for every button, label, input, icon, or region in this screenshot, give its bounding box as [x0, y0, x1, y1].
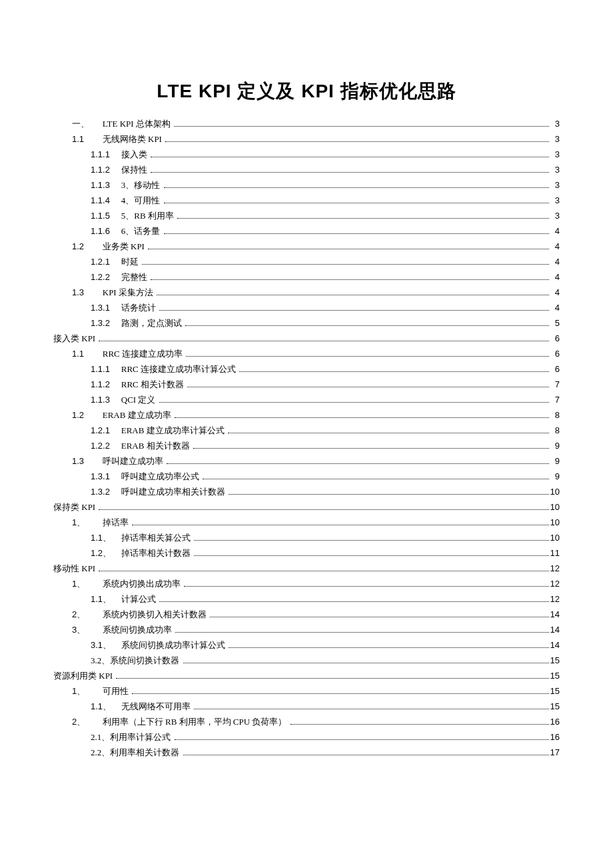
toc-page-number: 6: [550, 334, 560, 343]
toc-number: 1.1、: [91, 533, 115, 542]
toc-leader-dots: [159, 401, 549, 403]
toc-page-number: 15: [550, 702, 560, 711]
toc-number: 一、: [72, 119, 96, 128]
toc-entry[interactable]: 1.2 业务类 KPI 4: [53, 239, 560, 254]
toc-page-number: 14: [550, 625, 560, 634]
toc-number: 1.2: [72, 411, 96, 419]
toc-entry[interactable]: 3.1、 系统间切换成功率计算公式 14: [53, 637, 560, 653]
toc-entry[interactable]: 1.1.3 3、移动性 3: [53, 177, 560, 193]
table-of-contents: 一、 LTE KPI 总体架构 31.1 无线网络类 KPI 31.1.1 接入…: [53, 116, 560, 760]
toc-number: 1.1.3: [91, 181, 115, 189]
toc-label: ERAB 建立成功率计算公式: [121, 426, 225, 435]
toc-number: 1.2.2: [91, 273, 115, 281]
toc-entry[interactable]: 1.1.5 5、RB 利用率 3: [53, 208, 560, 223]
toc-page-number: 3: [550, 119, 560, 128]
toc-entry[interactable]: 1.2、 掉话率相关计数器 11: [53, 545, 560, 561]
toc-label: 无线网络类 KPI: [103, 135, 162, 143]
toc-entry[interactable]: 1.1.6 6、话务量 4: [53, 223, 560, 239]
toc-page-number: 15: [550, 687, 560, 695]
toc-label: 系统内切换出成功率: [103, 579, 181, 588]
toc-entry[interactable]: 1.1 无线网络类 KPI 3: [53, 131, 560, 147]
toc-entry[interactable]: 1.2.2 完整性 4: [53, 269, 560, 285]
toc-label: ERAB 建立成功率: [103, 411, 171, 419]
toc-page-number: 10: [550, 503, 560, 511]
toc-entry[interactable]: 2、 系统内切换切入相关计数器 14: [53, 607, 560, 622]
toc-number: 1.3.2: [91, 319, 115, 327]
toc-page-number: 12: [550, 564, 560, 573]
toc-entry[interactable]: 1.1 RRC 连接建立成功率 6: [53, 346, 560, 361]
toc-entry[interactable]: 接入类 KPI 6: [53, 331, 560, 346]
toc-page-number: 7: [550, 380, 560, 389]
toc-leader-dots: [174, 125, 549, 127]
toc-page-number: 16: [550, 717, 560, 726]
toc-leader-dots: [175, 631, 549, 633]
toc-entry[interactable]: 移动性 KPI 12: [53, 561, 560, 576]
toc-label: 话务统计: [121, 303, 156, 312]
toc-number: 1、: [72, 687, 96, 695]
toc-entry[interactable]: 1、 掉话率 10: [53, 515, 560, 530]
toc-entry[interactable]: 1.1、 掉话率相关算公式 10: [53, 530, 560, 545]
toc-entry[interactable]: 1.1、 计算公式 12: [53, 591, 560, 607]
toc-entry[interactable]: 1.2.1 ERAB 建立成功率计算公式 8: [53, 423, 560, 438]
toc-entry[interactable]: 1.3.2 呼叫建立成功率相关计数器 10: [53, 484, 560, 499]
toc-page-number: 3: [550, 211, 560, 220]
toc-entry[interactable]: 1.1.2 保持性 3: [53, 162, 560, 177]
toc-entry[interactable]: 1.3 呼叫建立成功率 9: [53, 453, 560, 469]
toc-number: 2、: [72, 610, 96, 619]
toc-label: 掉话率相关算公式: [121, 533, 191, 542]
toc-entry[interactable]: 1.1.4 4、可用性 3: [53, 193, 560, 208]
toc-entry[interactable]: 1.1.3 QCI 定义 7: [53, 392, 560, 407]
toc-entry[interactable]: 1、 可用性 15: [53, 683, 560, 699]
toc-leader-dots: [185, 325, 549, 326]
toc-entry[interactable]: 一、 LTE KPI 总体架构 3: [53, 116, 560, 131]
toc-label: 呼叫建立成功率相关计数器: [121, 487, 225, 496]
toc-entry[interactable]: 3.2、系统间切换计数器 15: [53, 653, 560, 668]
toc-entry[interactable]: 1、 系统内切换出成功率 12: [53, 576, 560, 591]
toc-entry[interactable]: 1.3.1 话务统计 4: [53, 300, 560, 315]
toc-entry[interactable]: 1.3.1 呼叫建立成功率公式 9: [53, 469, 560, 484]
toc-number: 1.3.1: [91, 472, 115, 481]
toc-leader-dots: [210, 616, 549, 617]
toc-entry[interactable]: 1.3 KPI 采集方法 4: [53, 285, 560, 300]
toc-label: 6、话务量: [121, 227, 161, 235]
toc-label: RRC 相关计数器: [121, 380, 184, 389]
toc-page-number: 6: [550, 349, 560, 358]
toc-entry[interactable]: 1.1、 无线网络不可用率 15: [53, 699, 560, 714]
toc-leader-dots: [203, 478, 549, 479]
toc-entry[interactable]: 保持类 KPI 10: [53, 499, 560, 515]
toc-entry[interactable]: 资源利用类 KPI 15: [53, 668, 560, 683]
toc-label: LTE KPI 总体架构: [103, 119, 171, 128]
toc-entry[interactable]: 1.2.1 时延 4: [53, 254, 560, 269]
toc-page-number: 11: [550, 549, 560, 557]
toc-label: RRC 连接建立成功率: [103, 349, 183, 358]
toc-entry[interactable]: 1.2 ERAB 建立成功率 8: [53, 407, 560, 423]
toc-number: 1.1、: [91, 702, 115, 711]
toc-entry[interactable]: 3、 系统间切换成功率 14: [53, 622, 560, 637]
toc-page-number: 10: [550, 518, 560, 527]
toc-entry[interactable]: 2.1、利用率计算公式 16: [53, 729, 560, 745]
toc-leader-dots: [164, 233, 550, 234]
toc-page-number: 16: [550, 733, 560, 741]
toc-entry[interactable]: 2、 利用率（上下行 RB 利用率，平均 CPU 负荷率） 16: [53, 714, 560, 729]
toc-label: 呼叫建立成功率: [103, 457, 163, 465]
toc-entry[interactable]: 1.3.2 路测，定点测试 5: [53, 315, 560, 331]
toc-page-number: 4: [550, 257, 560, 266]
toc-page-number: 15: [550, 656, 560, 665]
toc-leader-dots: [99, 340, 549, 341]
toc-label: 掉话率相关计数器: [121, 549, 191, 557]
toc-entry[interactable]: 2.2、利用率相关计数器 17: [53, 745, 560, 760]
toc-entry[interactable]: 1.1.2 RRC 相关计数器 7: [53, 377, 560, 392]
toc-page-number: 7: [550, 395, 560, 404]
toc-number: 1、: [72, 579, 96, 588]
toc-entry[interactable]: 1.1.1 RRC 连接建立成功率计算公式 6: [53, 361, 560, 377]
toc-page-number: 9: [550, 457, 560, 465]
toc-entry[interactable]: 1.2.2 ERAB 相关计数器 9: [53, 438, 560, 453]
toc-page-number: 3: [550, 150, 560, 159]
toc-page-number: 4: [550, 227, 560, 235]
toc-label: 业务类 KPI: [103, 242, 145, 251]
toc-leader-dots: [142, 263, 549, 265]
toc-leader-dots: [132, 524, 549, 525]
toc-entry[interactable]: 1.1.1 接入类 3: [53, 147, 560, 162]
toc-number: 1.2.2: [91, 441, 115, 450]
toc-leader-dots: [183, 754, 549, 755]
